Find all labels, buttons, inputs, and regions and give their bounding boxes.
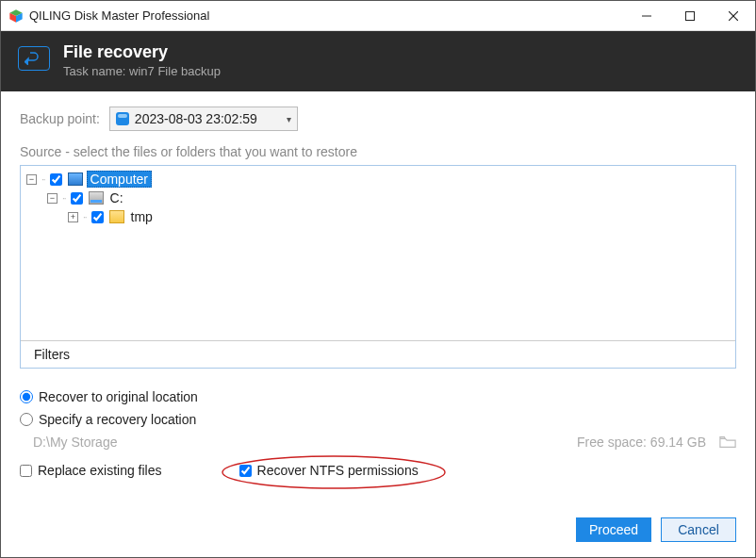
drive-icon: [89, 191, 104, 205]
backup-point-dropdown[interactable]: 2023-08-03 23:02:59 ▾: [109, 107, 298, 131]
collapse-icon[interactable]: −: [47, 193, 58, 204]
filters-button[interactable]: Filters: [21, 340, 735, 368]
checkbox-replace-input[interactable]: [20, 465, 32, 477]
checkbox-ntfs-label: Recover NTFS permissions: [257, 463, 419, 478]
backup-point-row: Backup point: 2023-08-03 23:02:59 ▾: [20, 107, 736, 131]
expand-icon[interactable]: +: [68, 212, 78, 222]
tree-checkbox-tmp[interactable]: [91, 211, 104, 223]
tree-label-drive-c: C:: [107, 190, 126, 205]
radio-original-location[interactable]: Recover to original location: [20, 389, 736, 404]
source-tree-panel: −·· Computer −·· C: +·· tmp Filters: [20, 165, 736, 369]
minimize-icon: [642, 11, 651, 21]
app-title: QILING Disk Master Professional: [29, 8, 209, 23]
proceed-button[interactable]: Proceed: [576, 517, 651, 542]
checkbox-ntfs-permissions[interactable]: Recover NTFS permissions: [239, 463, 419, 478]
page-header: File recovery Task name: win7 File backu…: [1, 31, 755, 91]
maximize-icon: [685, 11, 695, 21]
tree-node-computer[interactable]: −·· Computer: [26, 170, 730, 189]
tree-node-tmp[interactable]: +·· tmp: [26, 207, 730, 226]
recovery-path: D:\My Storage: [33, 435, 117, 450]
app-logo-icon: [8, 8, 24, 24]
close-button[interactable]: [712, 1, 755, 31]
backup-point-value: 2023-08-03 23:02:59: [135, 111, 257, 126]
task-name: Task name: win7 File backup: [63, 64, 221, 78]
chevron-down-icon: ▾: [287, 114, 291, 124]
recovery-badge-icon: [18, 46, 50, 71]
folder-icon: [109, 210, 124, 223]
disk-icon: [116, 112, 129, 125]
page-title: File recovery: [63, 42, 221, 62]
source-tree[interactable]: −·· Computer −·· C: +·· tmp: [21, 166, 735, 340]
tree-checkbox-computer[interactable]: [50, 173, 62, 186]
radio-specify-label: Specify a recovery location: [39, 412, 196, 427]
radio-original-input[interactable]: [20, 390, 33, 403]
dialog-buttons: Proceed Cancel: [576, 517, 736, 542]
collapse-icon[interactable]: −: [26, 174, 37, 185]
recovery-path-row: D:\My Storage Free space: 69.14 GB: [20, 435, 736, 450]
titlebar: QILING Disk Master Professional: [1, 1, 755, 31]
computer-icon: [68, 172, 83, 186]
tree-label-tmp: tmp: [128, 209, 156, 224]
maximize-button[interactable]: [668, 1, 712, 31]
recovery-location-group: Recover to original location Specify a r…: [20, 389, 736, 450]
svg-rect-4: [686, 11, 695, 20]
checkbox-replace-label: Replace existing files: [38, 463, 162, 478]
radio-original-label: Recover to original location: [39, 389, 198, 404]
browse-folder-icon[interactable]: [719, 435, 736, 449]
checkbox-ntfs-input[interactable]: [239, 465, 252, 477]
radio-specify-input[interactable]: [20, 413, 33, 426]
options-row: Replace existing files Recover NTFS perm…: [20, 463, 736, 478]
tree-checkbox-drive-c[interactable]: [71, 192, 83, 205]
backup-point-label: Backup point:: [20, 111, 100, 126]
window-controls: [625, 1, 755, 31]
checkbox-replace-existing[interactable]: Replace existing files: [20, 463, 162, 478]
cancel-button[interactable]: Cancel: [661, 517, 736, 542]
tree-node-drive-c[interactable]: −·· C:: [26, 189, 730, 207]
radio-specify-location[interactable]: Specify a recovery location: [20, 412, 736, 427]
close-icon: [729, 11, 738, 21]
free-space: Free space: 69.14 GB: [577, 435, 706, 450]
source-label: Source - select the files or folders tha…: [20, 144, 736, 159]
minimize-button[interactable]: [625, 1, 668, 31]
tree-label-computer: Computer: [87, 171, 152, 188]
